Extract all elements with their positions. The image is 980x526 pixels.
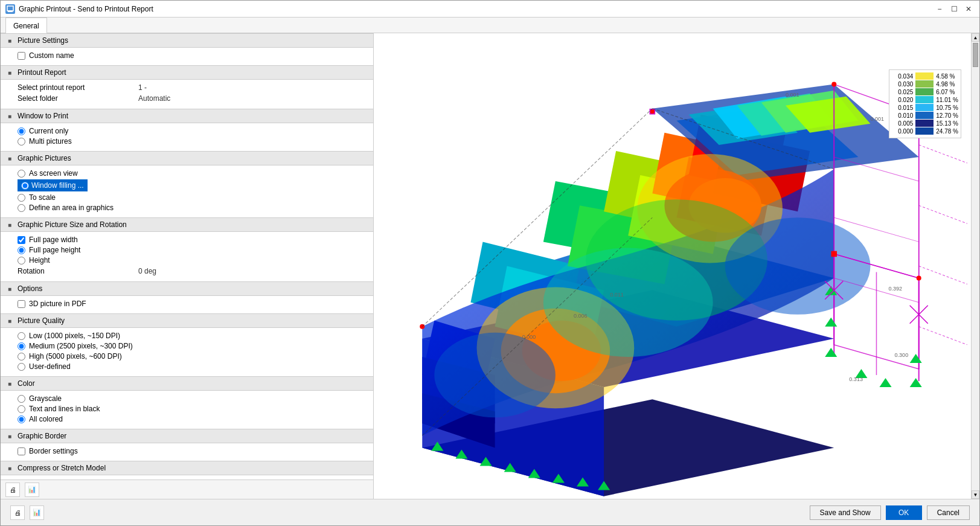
print-icon-button[interactable]: 🖨	[5, 483, 20, 497]
ok-button[interactable]: OK	[886, 505, 922, 520]
picture-quality-header[interactable]: ■ Picture Quality	[1, 313, 373, 328]
color-header[interactable]: ■ Color	[1, 376, 373, 391]
select-printout-value: 1 -	[138, 83, 363, 92]
full-page-width-row: Full page width	[18, 236, 363, 244]
to-scale-label: To scale	[29, 193, 56, 202]
define-area-radio[interactable]	[18, 204, 25, 212]
all-colored-radio[interactable]	[18, 415, 25, 423]
rotation-label: Rotation	[18, 267, 138, 275]
custom-name-row: Custom name	[18, 51, 363, 60]
current-only-label: Current only	[29, 127, 68, 135]
tab-general[interactable]: General	[5, 18, 47, 33]
legend-color-swatch	[915, 96, 934, 103]
graphic-size-content: Full page width Full page height Height …	[1, 232, 373, 281]
bottom-left: 🖨 📊	[10, 505, 44, 520]
legend-color-swatch	[915, 104, 934, 111]
graphic-size-header[interactable]: ■ Graphic Picture Size and Rotation	[1, 217, 373, 232]
svg-text:0.011: 0.011	[610, 292, 624, 298]
high-quality-label: High (5000 pixels, ~600 DPI)	[29, 352, 122, 361]
graphic-pictures-header[interactable]: ■ Graphic Pictures	[1, 151, 373, 165]
low-quality-radio[interactable]	[18, 332, 25, 340]
svg-rect-0	[7, 6, 13, 11]
picture-settings-title: Picture Settings	[18, 36, 68, 45]
close-button[interactable]: ✕	[962, 3, 975, 15]
svg-point-70	[650, 109, 655, 114]
to-scale-radio[interactable]	[18, 194, 25, 202]
right-scrollbar[interactable]: ▲ ▼	[971, 33, 979, 499]
select-folder-row: Select folder Automatic	[18, 94, 363, 103]
graphic-pictures-section: ■ Graphic Pictures As screen view Window…	[1, 151, 373, 217]
legend-color-swatch	[915, 80, 934, 88]
picture-settings-section: ■ Picture Settings Custom name	[1, 33, 373, 65]
height-row: Height	[18, 256, 363, 265]
user-defined-quality-radio[interactable]	[18, 363, 25, 371]
height-radio[interactable]	[18, 257, 25, 265]
custom-name-checkbox[interactable]	[18, 52, 25, 60]
svg-point-34	[543, 248, 713, 357]
scroll-down[interactable]: ▼	[972, 490, 979, 499]
printout-report-title: Printout Report	[18, 68, 66, 77]
window-filling-radio[interactable]	[21, 182, 29, 190]
rotation-row: Rotation 0 deg	[18, 267, 363, 275]
legend-pct: 6.07 %	[936, 89, 957, 95]
graphic-pictures-content: As screen view Window filling ... To sca…	[1, 165, 373, 217]
minimize-button[interactable]: −	[934, 3, 946, 15]
printout-report-header[interactable]: ■ Printout Report	[1, 65, 373, 80]
multi-pictures-radio[interactable]	[18, 138, 25, 146]
bottom-icon-1[interactable]: 🖨	[10, 505, 25, 520]
legend-value: 0.000	[892, 128, 913, 135]
cancel-button[interactable]: Cancel	[927, 505, 970, 520]
medium-quality-row: Medium (2500 pixels, ~300 DPI)	[18, 342, 363, 350]
full-page-width-label: Full page width	[29, 236, 78, 244]
svg-point-72	[831, 251, 836, 256]
graphic-border-header[interactable]: ■ Graphic Border	[1, 429, 373, 443]
main-window: Graphic Printout - Send to Printout Repo…	[0, 0, 980, 526]
picture-quality-content: Low (1000 pixels, ~150 DPI) Medium (2500…	[1, 328, 373, 376]
rotation-value: 0 deg	[138, 267, 363, 275]
3d-pdf-checkbox[interactable]	[18, 300, 25, 308]
legend-color-swatch	[915, 72, 934, 80]
maximize-button[interactable]: ☐	[948, 3, 960, 15]
legend-pct: 15.13 %	[936, 120, 958, 127]
grayscale-radio[interactable]	[18, 395, 25, 403]
compress-stretch-header[interactable]: ■ Compress or Stretch Model	[1, 461, 373, 475]
legend-row: 0.0256.07 %	[892, 88, 958, 95]
legend-value: 0.020	[892, 97, 913, 103]
scroll-up[interactable]: ▲	[972, 33, 979, 42]
legend-row: 0.01012.70 %	[892, 112, 958, 119]
picture-settings-header[interactable]: ■ Picture Settings	[1, 33, 373, 48]
border-settings-checkbox[interactable]	[18, 447, 25, 455]
graphic-size-section: ■ Graphic Picture Size and Rotation Full…	[1, 217, 373, 281]
current-only-radio[interactable]	[18, 127, 25, 135]
full-page-height-radio[interactable]	[18, 246, 25, 254]
high-quality-radio[interactable]	[18, 353, 25, 361]
legend-color-swatch	[915, 127, 934, 135]
legend-value: 0.015	[892, 104, 913, 111]
legend-value: 0.025	[892, 89, 913, 95]
bottom-bar: 🖨 📊 Save and Show OK Cancel	[1, 499, 979, 525]
text-lines-black-radio[interactable]	[18, 405, 25, 413]
collapse-icon-4: ■	[5, 154, 14, 162]
legend-row: 0.01510.75 %	[892, 104, 958, 111]
left-scroll[interactable]: ■ Picture Settings Custom name ■ Prin	[1, 33, 373, 479]
chart-icon-button[interactable]: 📊	[25, 483, 39, 497]
as-screen-view-radio[interactable]	[18, 170, 25, 178]
options-header[interactable]: ■ Options	[1, 281, 373, 296]
scroll-thumb[interactable]	[973, 43, 978, 67]
title-bar-left: Graphic Printout - Send to Printout Repo…	[5, 4, 153, 14]
window-to-print-header[interactable]: ■ Window to Print	[1, 109, 373, 123]
legend-pct: 11.01 %	[936, 97, 958, 103]
save-and-show-button[interactable]: Save and Show	[810, 505, 881, 520]
compress-stretch-content: By factor in direction	[1, 475, 373, 479]
scroll-track	[972, 68, 979, 490]
legend-value: 0.005	[892, 120, 913, 127]
svg-text:0.006: 0.006	[574, 313, 588, 319]
full-page-width-checkbox[interactable]	[18, 236, 25, 244]
custom-name-label: Custom name	[29, 51, 74, 60]
high-quality-row: High (5000 pixels, ~600 DPI)	[18, 352, 363, 361]
window-filling-highlighted[interactable]: Window filling ...	[18, 179, 88, 191]
bottom-icon-2[interactable]: 📊	[30, 505, 44, 520]
graphic-area: 0.001 0.001 0.011 0.006 0.000 0.392 0.30…	[374, 33, 979, 499]
medium-quality-radio[interactable]	[18, 342, 25, 350]
as-screen-view-row: As screen view	[18, 169, 363, 178]
